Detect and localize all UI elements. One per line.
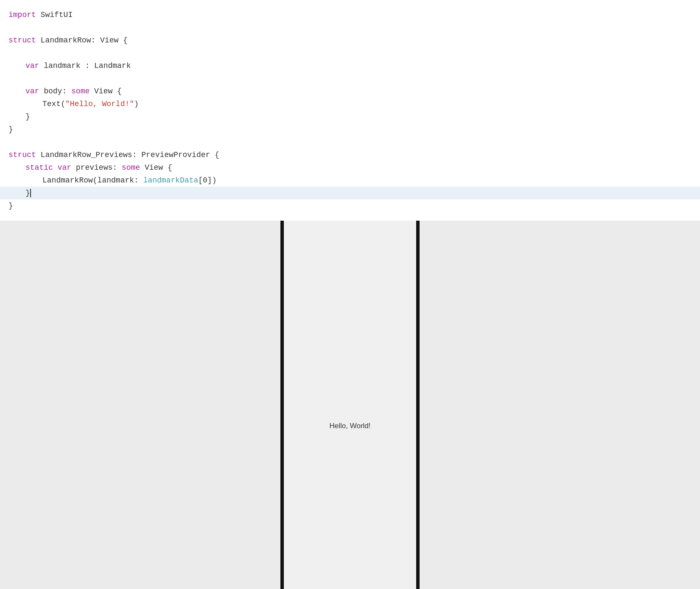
struct1-name: LandmarkRow: [36, 34, 100, 47]
var-landmark-type: Landmark [94, 59, 131, 72]
keyword-var2: var [25, 85, 39, 98]
keyword-some2: some [122, 161, 140, 174]
blank-line-2 [0, 47, 700, 59]
code-line-close-struct1: } [0, 123, 700, 136]
cursor [30, 189, 31, 197]
code-line-static-var: static var previews: some View { [0, 161, 700, 174]
var-body-type: View { [90, 85, 122, 98]
text-func-name: Text( [42, 98, 65, 110]
code-line-struct2: struct LandmarkRow_Previews: PreviewProv… [0, 149, 700, 161]
blank-line-3 [0, 72, 700, 85]
keyword-some: some [71, 85, 90, 98]
keyword-struct2: struct [8, 149, 36, 161]
close-brace-static: } [25, 187, 30, 199]
code-line-text-call: Text( "Hello, World!" ) [0, 98, 700, 110]
close-brace-struct1: } [8, 123, 13, 136]
previews-type: View { [140, 161, 172, 174]
text-close-paren: ) [134, 98, 139, 110]
keyword-import: import [8, 8, 36, 21]
code-line-close-struct2: } [0, 199, 700, 212]
code-line-landmark-row-call: LandmarkRow(landmark: landmarkData [0]) [0, 174, 700, 187]
code-line-import: import SwiftUI [0, 8, 700, 21]
previews-name: previews: [71, 161, 122, 174]
close-brace-struct2: } [8, 199, 13, 212]
blank-line-4 [0, 136, 700, 149]
keyword-var3: var [58, 161, 71, 174]
code-line-var-landmark: var landmark : Landmark [0, 59, 700, 72]
space1 [53, 161, 58, 174]
preview-hello-world-text: Hello, World! [330, 422, 371, 430]
phone-border-right [416, 221, 420, 589]
var-landmark-name: landmark : [39, 59, 94, 72]
code-line-close-body: } [0, 110, 700, 123]
var-body-name: body: [39, 85, 71, 98]
code-line-var-body: var body: some View { [0, 85, 700, 98]
landmark-data-ref: landmarkData [143, 174, 199, 187]
keyword-var1: var [25, 59, 39, 72]
module-name: SwiftUI [36, 8, 73, 21]
close-brace-body: } [25, 110, 30, 123]
landmark-data-index: [0]) [198, 174, 216, 187]
landmark-row-func: LandmarkRow(landmark: [42, 174, 143, 187]
code-editor: import SwiftUI struct LandmarkRow: View … [0, 0, 700, 221]
keyword-struct1: struct [8, 34, 36, 47]
struct2-protocol: PreviewProvider { [141, 149, 219, 161]
keyword-static: static [25, 161, 53, 174]
phone-border-left [280, 221, 284, 589]
phone-screen: Hello, World! [284, 221, 416, 589]
code-line-struct1: struct LandmarkRow: View { [0, 34, 700, 47]
phone-frame: Hello, World! [280, 221, 420, 589]
text-string-value: "Hello, World!" [65, 98, 134, 110]
struct1-protocol: View { [100, 34, 128, 47]
blank-line-1 [0, 21, 700, 34]
preview-area: Hello, World! CSDN @Forever_wj [0, 221, 700, 589]
struct2-name: LandmarkRow_Previews: [36, 149, 141, 161]
code-line-close-static: } [0, 187, 700, 199]
